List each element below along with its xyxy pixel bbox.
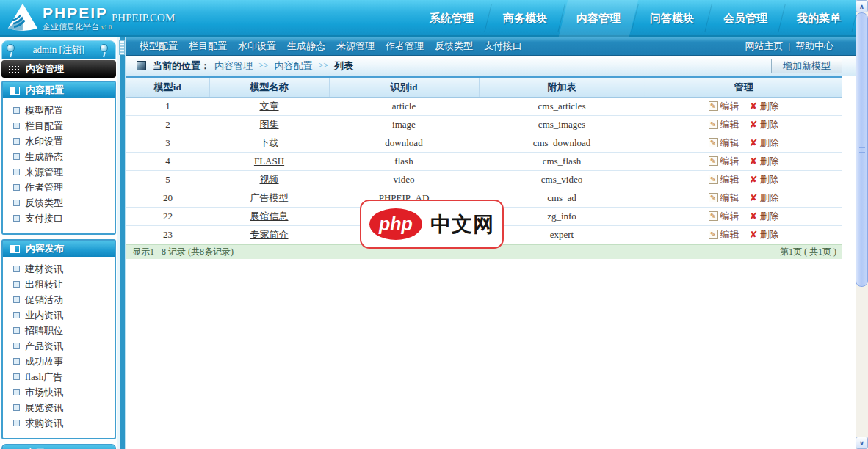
- scroll-down-icon[interactable]: ∨: [856, 437, 868, 449]
- sidebar-item-model-config[interactable]: 模型配置: [13, 103, 115, 118]
- delete-x-icon: ✘: [750, 138, 758, 147]
- page-icon: [13, 343, 20, 349]
- delete-button[interactable]: ✘删除: [750, 191, 779, 205]
- delete-button[interactable]: ✘删除: [750, 210, 779, 223]
- logo-subtitle: 企业信息化平台: [43, 22, 99, 31]
- sidebar-item-feedback-type[interactable]: 反馈类型: [13, 195, 115, 211]
- section-header-content-config[interactable]: 内容配置: [3, 82, 115, 98]
- vertical-scrollbar[interactable]: ∧ ∨: [856, 0, 868, 449]
- delete-button[interactable]: ✘删除: [750, 155, 779, 168]
- scrollbar-thumb[interactable]: [856, 12, 868, 287]
- breadcrumb: 当前的位置： 内容管理 >> 内容配置 >> 列表 增加新模型: [126, 56, 856, 76]
- nav-item-qa[interactable]: 问答模块: [635, 0, 709, 37]
- toolbar-item-payment-api[interactable]: 支付接口: [484, 40, 522, 53]
- sidebar-panel-content-publish: 内容发布 建材资讯 出租转让 促销活动 业内资讯 招聘职位 产品资讯 成功故事 …: [1, 239, 116, 439]
- sidebar: admin [注销] 内容管理 内容配置 模型配置 栏目配置 水印设置 生成静态…: [0, 37, 117, 449]
- sidebar-item-industry-news[interactable]: 业内资讯: [13, 307, 115, 323]
- model-name-link[interactable]: FLASH: [254, 156, 284, 167]
- nav-item-content[interactable]: 内容管理: [562, 0, 635, 37]
- cell-identifier: flash: [329, 152, 479, 170]
- sidebar-item-flash-ads[interactable]: flash广告: [13, 369, 115, 384]
- top-header-bar: PHPEIP 企业信息化平台v1.0 PHPEIP.COM 系统管理 商务模块 …: [0, 0, 856, 37]
- pin-icon[interactable]: [7, 44, 15, 52]
- sidebar-item-rent-transfer[interactable]: 出租转让: [13, 277, 115, 292]
- sidebar-item-static-gen[interactable]: 生成静态: [13, 149, 115, 164]
- edit-button[interactable]: ✎编辑: [709, 100, 739, 113]
- sidebar-item-market-news[interactable]: 市场快讯: [13, 384, 115, 400]
- cell-actions: ✎编辑 ✘删除: [645, 152, 842, 170]
- toolbar-item-watermark[interactable]: 水印设置: [238, 40, 276, 53]
- cell-model-id: 2: [126, 115, 209, 134]
- toolbar-item-feedback-type[interactable]: 反馈类型: [435, 40, 473, 53]
- breadcrumb-content-config[interactable]: 内容配置: [275, 59, 313, 73]
- sidebar-item-column-config[interactable]: 栏目配置: [13, 118, 115, 134]
- breadcrumb-content-mgmt[interactable]: 内容管理: [214, 59, 253, 73]
- delete-button[interactable]: ✘删除: [750, 173, 779, 186]
- table-row: 1 文章 article cms_articles ✎编辑 ✘删除: [126, 97, 842, 115]
- location-icon: [137, 61, 146, 70]
- nav-item-my-menu[interactable]: 我的菜单: [782, 0, 856, 37]
- edit-button[interactable]: ✎编辑: [709, 191, 739, 205]
- edit-pencil-icon: ✎: [709, 175, 718, 184]
- logout-link[interactable]: [注销]: [59, 44, 85, 55]
- model-name-link[interactable]: 文章: [260, 101, 279, 112]
- sidebar-item-author-mgmt[interactable]: 作者管理: [13, 180, 115, 195]
- toolbar-item-source-mgmt[interactable]: 来源管理: [336, 40, 375, 53]
- edit-button[interactable]: ✎编辑: [709, 173, 739, 186]
- model-name-link[interactable]: 图集: [260, 119, 279, 130]
- page-icon: [13, 169, 20, 175]
- delete-button[interactable]: ✘删除: [750, 118, 779, 131]
- sidebar-item-product-news[interactable]: 产品资讯: [13, 338, 115, 354]
- sidebar-item-jobs[interactable]: 招聘职位: [13, 323, 115, 338]
- delete-x-icon: ✘: [750, 230, 758, 239]
- scroll-up-icon[interactable]: ∧: [856, 0, 868, 12]
- edit-button[interactable]: ✎编辑: [709, 136, 739, 150]
- add-new-model-button[interactable]: 增加新模型: [771, 59, 842, 73]
- section-header-content-publish[interactable]: 内容发布: [3, 241, 115, 257]
- model-name-link[interactable]: 专家简介: [250, 229, 289, 240]
- sidebar-item-promotions[interactable]: 促销活动: [13, 292, 115, 307]
- sidebar-item-building-news[interactable]: 建材资讯: [13, 261, 115, 277]
- toolbar-item-column-config[interactable]: 栏目配置: [189, 40, 227, 53]
- edit-button[interactable]: ✎编辑: [709, 118, 739, 131]
- logo: PHPEIP 企业信息化平台v1.0: [6, 2, 112, 33]
- php-cn-watermark: php 中文网: [360, 200, 504, 249]
- toolbar-item-model-config[interactable]: 模型配置: [140, 40, 178, 53]
- col-header-model-id: 模型id: [126, 77, 209, 97]
- model-name-link[interactable]: 广告模型: [250, 192, 289, 203]
- col-header-manage: 管理: [645, 77, 842, 97]
- sidebar-item-success-story[interactable]: 成功故事: [13, 354, 115, 369]
- nav-item-business[interactable]: 商务模块: [488, 0, 562, 37]
- model-name-link[interactable]: 展馆信息: [250, 211, 289, 222]
- edit-button[interactable]: ✎编辑: [709, 210, 739, 223]
- toolbar-item-author-mgmt[interactable]: 作者管理: [386, 40, 424, 53]
- nav-item-members[interactable]: 会员管理: [709, 0, 782, 37]
- sidebar-item-watermark[interactable]: 水印设置: [13, 134, 115, 149]
- top-navigation: 系统管理 商务模块 内容管理 问答模块 会员管理 我的菜单: [415, 0, 856, 37]
- sidebar-splitter[interactable]: [117, 37, 126, 449]
- delete-button[interactable]: ✘删除: [750, 136, 779, 150]
- sidebar-item-payment-api[interactable]: 支付接口: [13, 211, 115, 226]
- sidebar-item-purchase-news[interactable]: 求购资讯: [13, 415, 115, 431]
- breadcrumb-separator: >>: [319, 60, 329, 71]
- help-center-link[interactable]: 帮助中心: [795, 40, 833, 53]
- delete-button[interactable]: ✘删除: [750, 100, 779, 113]
- sidebar-item-source-mgmt[interactable]: 来源管理: [13, 164, 115, 180]
- edit-button[interactable]: ✎编辑: [709, 155, 739, 168]
- nav-item-system[interactable]: 系统管理: [415, 0, 488, 37]
- site-home-link[interactable]: 网站主页: [745, 40, 783, 53]
- splitter-grip-icon[interactable]: [119, 40, 125, 55]
- cell-model-id: 22: [126, 207, 209, 225]
- admin-bar: admin [注销]: [1, 40, 116, 59]
- delete-button[interactable]: ✘删除: [750, 228, 779, 241]
- cell-actions: ✎编辑 ✘删除: [645, 225, 842, 244]
- toolbar-item-static-gen[interactable]: 生成静态: [287, 40, 325, 53]
- section-header-topics[interactable]: 专题: [3, 445, 115, 449]
- model-name-link[interactable]: 视频: [260, 174, 279, 185]
- model-name-link[interactable]: 下载: [260, 137, 279, 148]
- pin-icon[interactable]: [100, 44, 108, 52]
- window-icon: [10, 245, 20, 253]
- sidebar-item-exhibition-news[interactable]: 展览资讯: [13, 400, 115, 415]
- table-row: 3 下载 download cms_download ✎编辑 ✘删除: [126, 134, 842, 152]
- edit-button[interactable]: ✎编辑: [709, 228, 739, 241]
